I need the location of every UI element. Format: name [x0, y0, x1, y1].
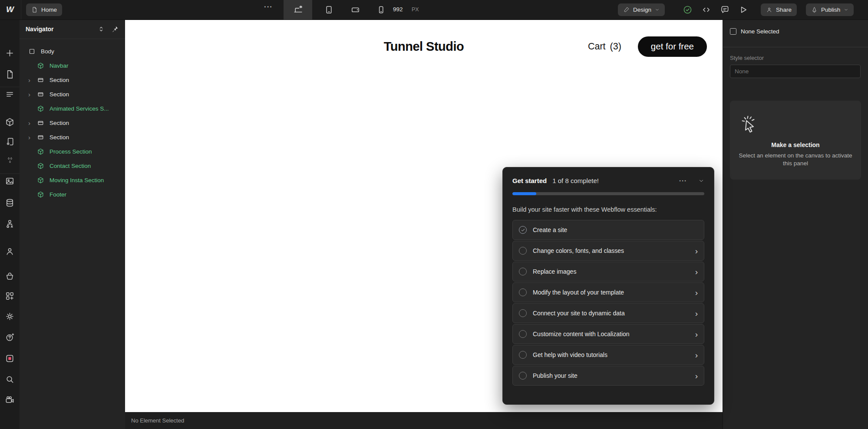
code-export-icon[interactable] [701, 5, 711, 15]
breakpoint-desktop-button[interactable] [284, 0, 312, 20]
users-icon[interactable] [5, 246, 15, 256]
navigator-item[interactable]: › Animated Services S... [20, 102, 125, 116]
navigator-item[interactable]: › Section [20, 73, 125, 87]
logic-icon[interactable] [5, 219, 15, 229]
get-for-free-button[interactable]: get for free [638, 36, 707, 57]
checklist-item[interactable]: Publish your site › [512, 366, 704, 386]
video-tutorials-icon[interactable] [5, 395, 15, 405]
breakpoint-tablet-button[interactable] [319, 0, 338, 20]
assets-image-icon[interactable] [5, 176, 15, 186]
breakpoint-phone-portrait-button[interactable] [371, 0, 390, 20]
navigator-item[interactable]: › Footer [20, 187, 125, 202]
component-cube-icon [37, 105, 46, 113]
chevron-down-icon[interactable] [698, 178, 704, 184]
navigator-item[interactable]: › Process Section [20, 144, 125, 159]
components-icon[interactable] [5, 117, 15, 127]
checklist-item-label: Publish your site [533, 372, 695, 379]
checklist: Create a site › Change colors, fonts, an… [512, 220, 704, 386]
cursor-click-icon [739, 114, 852, 135]
navigator-item-label: Section [50, 134, 69, 141]
breakpoint-phone-landscape-button[interactable] [344, 0, 366, 20]
navigator-icon[interactable] [5, 89, 15, 99]
navigator-item[interactable]: › Body [20, 44, 125, 59]
chevron-right-icon[interactable]: › [28, 119, 37, 127]
chevron-right-icon[interactable]: › [28, 76, 37, 84]
checklist-item[interactable]: Create a site › [512, 220, 704, 240]
checklist-item[interactable]: Change colors, fonts, and classes › [512, 241, 704, 261]
phone-landscape-icon [350, 5, 360, 15]
person-icon [766, 7, 772, 13]
preview-play-icon[interactable] [738, 5, 748, 15]
more-icon[interactable]: ··· [264, 3, 273, 11]
checklist-item[interactable]: Modify the layout of your template › [512, 282, 704, 302]
navigator-tree: › Body › Navbar › Section › [20, 39, 125, 202]
navigator-panel: Navigator › Body › Navbar › [20, 20, 125, 429]
navigator-item[interactable]: › Section [20, 116, 125, 130]
checklist-item[interactable]: Connect your site to dynamic data › [512, 303, 704, 323]
checklist-item-label: Replace images [533, 268, 695, 275]
style-selector-input[interactable] [730, 65, 861, 78]
navigator-item-label: Animated Services S... [50, 105, 109, 112]
apps-icon[interactable] [5, 291, 15, 301]
phone-portrait-icon [376, 5, 386, 15]
checklist-item[interactable]: Replace images › [512, 262, 704, 282]
chevron-right-icon: › [695, 351, 698, 359]
chevron-right-icon[interactable]: › [28, 91, 37, 98]
checklist-item-label: Modify the layout of your template [533, 289, 695, 296]
checklist-item[interactable]: Customize content with Localization › [512, 324, 704, 344]
checklist-item-label: Create a site [533, 226, 695, 233]
comments-icon[interactable] [720, 5, 730, 15]
navigator-header: Navigator [20, 20, 125, 39]
design-mode-button[interactable]: Design [618, 3, 665, 16]
chevron-down-icon [655, 7, 660, 12]
add-element-icon[interactable] [5, 48, 15, 58]
home-button[interactable]: Home [26, 3, 62, 16]
cart-link[interactable]: Cart (3) [588, 41, 621, 52]
home-label: Home [41, 7, 57, 13]
checkbox-circle-icon [519, 247, 527, 255]
audit-check-icon[interactable] [683, 5, 693, 15]
selection-label: None Selected [741, 28, 779, 35]
navigator-item-label: Moving Insta Section [50, 177, 104, 183]
top-toolbar: W Home ··· 99 [0, 0, 868, 20]
webflow-logo[interactable]: W [6, 4, 17, 15]
navigator-item[interactable]: › Contact Section [20, 159, 125, 173]
publish-button[interactable]: Publish [806, 3, 854, 16]
checkbox-circle-icon [519, 372, 527, 380]
site-brand[interactable]: Tunnel Studio [384, 39, 464, 54]
ecommerce-basket-icon[interactable] [5, 271, 15, 281]
cms-database-icon[interactable] [5, 198, 15, 208]
navigator-item[interactable]: › Section [20, 130, 125, 144]
tablet-icon [324, 5, 334, 15]
whats-new-icon[interactable] [5, 354, 15, 364]
rocket-icon [811, 7, 818, 13]
navigator-item-label: Process Section [50, 148, 92, 155]
site-navbar: Tunnel Studio Cart (3) get for free [125, 34, 723, 59]
variables-droplets-icon[interactable] [5, 156, 15, 166]
chevron-right-icon: › [695, 247, 698, 255]
checklist-item[interactable]: Get help with video tutorials › [512, 345, 704, 365]
status-bar: No Element Selected [125, 412, 723, 429]
collapse-expand-icon[interactable] [97, 25, 105, 33]
chevron-right-icon: › [695, 288, 698, 297]
empty-state-description: Select an element on the canvas to activ… [739, 152, 852, 167]
body-icon [28, 48, 37, 56]
navigator-item[interactable]: › Section [20, 87, 125, 102]
search-icon[interactable] [5, 374, 15, 384]
more-icon[interactable]: ··· [679, 177, 687, 184]
chevron-right-icon[interactable]: › [28, 134, 37, 141]
pin-icon[interactable] [111, 25, 119, 33]
chevron-right-icon: › [695, 309, 698, 318]
canvas-width-value[interactable]: 992 [393, 6, 403, 13]
styles-swatch-icon[interactable] [5, 137, 15, 147]
pages-icon[interactable] [5, 69, 15, 79]
navigator-item[interactable]: › Moving Insta Section [20, 173, 125, 187]
navigator-item[interactable]: › Navbar [20, 59, 125, 73]
help-icon[interactable] [5, 332, 15, 342]
settings-gear-icon[interactable] [5, 311, 15, 321]
navigator-item-label: Navbar [50, 62, 69, 69]
laptop-star-icon [293, 4, 304, 15]
paintbrush-icon [623, 7, 630, 13]
share-button[interactable]: Share [761, 3, 797, 16]
get-started-subtitle: Build your site faster with these Webflo… [512, 206, 704, 213]
